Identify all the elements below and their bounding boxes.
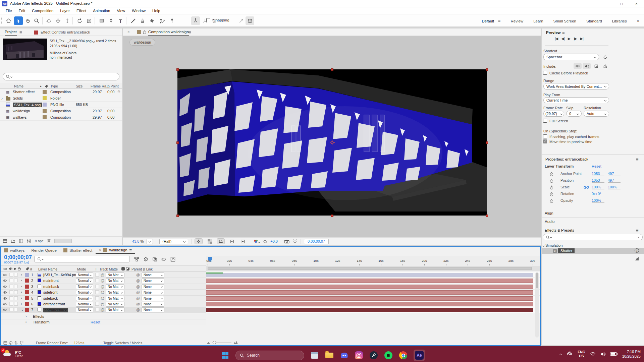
layer-visibility-eye-icon[interactable] bbox=[3, 291, 7, 294]
include-overlays-icon[interactable] bbox=[592, 63, 600, 69]
layer-color-chip[interactable] bbox=[25, 285, 29, 289]
timeline-layer-row[interactable]: › 6 entrancefront Normal @ No Mat @ None bbox=[1, 301, 206, 307]
selection-handle[interactable] bbox=[486, 68, 488, 71]
range-dropdown[interactable]: Work Area Extended By Current... bbox=[543, 83, 609, 89]
layer-name[interactable]: entrancefront bbox=[43, 302, 65, 306]
layer-parent-dropdown[interactable]: None bbox=[142, 278, 164, 283]
menu-item[interactable]: Animation bbox=[90, 9, 113, 13]
layer-visibility-eye-icon[interactable] bbox=[3, 285, 7, 288]
layer-matte-dropdown[interactable]: No Mat bbox=[106, 302, 124, 307]
item-label-swatch[interactable] bbox=[43, 90, 47, 94]
share-icon[interactable] bbox=[601, 63, 609, 69]
interpret-footage-icon[interactable] bbox=[3, 239, 7, 243]
zoom-tool[interactable] bbox=[32, 16, 41, 25]
resolution-dropdown[interactable]: (Half) bbox=[159, 239, 188, 244]
layer-duration-bar[interactable] bbox=[206, 279, 533, 283]
clear-search-icon[interactable]: × bbox=[638, 235, 640, 239]
layer-expand-arrow[interactable]: › bbox=[21, 278, 22, 282]
after-effects-taskbar-icon[interactable]: Ae bbox=[414, 350, 425, 361]
layer-name[interactable]: entranceback bbox=[43, 308, 68, 312]
layer-solo-cell[interactable] bbox=[14, 290, 18, 294]
parent-pickwhip-icon[interactable]: @ bbox=[136, 273, 140, 277]
tab-project[interactable]: Project bbox=[5, 30, 17, 36]
stopwatch-icon[interactable] bbox=[549, 172, 554, 176]
wifi-icon[interactable] bbox=[590, 352, 596, 356]
solo-column-icon[interactable] bbox=[14, 268, 16, 270]
region-of-interest-icon[interactable] bbox=[246, 16, 254, 25]
matte-pickwhip-icon[interactable]: @ bbox=[101, 273, 104, 277]
transform-group-row[interactable]: Transform bbox=[33, 320, 50, 324]
taskbar-search-input[interactable]: Search bbox=[235, 351, 304, 360]
graph-editor-icon[interactable] bbox=[170, 257, 175, 262]
selection-handle[interactable] bbox=[176, 68, 179, 71]
timeline-tab[interactable]: × Render Queue ≡ bbox=[28, 247, 60, 254]
properties-menu-icon[interactable]: ≡ bbox=[636, 157, 639, 162]
selection-handle[interactable] bbox=[486, 215, 488, 217]
workspace-tab[interactable]: Standard bbox=[586, 19, 602, 23]
start-button[interactable] bbox=[221, 351, 229, 360]
col-type[interactable]: Type bbox=[50, 84, 58, 88]
simulation-category[interactable]: Simulation bbox=[543, 243, 562, 247]
layer-solo-cell[interactable] bbox=[14, 273, 18, 277]
layer-visibility-eye-icon[interactable] bbox=[3, 274, 7, 277]
weather-widget[interactable]: 4 9°C Clear bbox=[2, 347, 42, 361]
shatter-effect-name[interactable]: Shatter bbox=[558, 248, 575, 253]
audio-column-icon[interactable] bbox=[8, 267, 12, 270]
viewer-menu-icon[interactable]: ≡ bbox=[189, 30, 191, 35]
layer-audio-cell[interactable] bbox=[9, 279, 13, 282]
selection-handle[interactable] bbox=[176, 215, 179, 217]
layer-duration-bar[interactable] bbox=[206, 302, 533, 306]
property-value-x[interactable]: 100% bbox=[592, 198, 604, 203]
tab-label[interactable]: walldesign bbox=[109, 248, 127, 252]
layer-duration-bar[interactable] bbox=[206, 308, 533, 312]
viewer-tab-close-icon[interactable]: × bbox=[127, 30, 129, 34]
col-t[interactable]: T bbox=[95, 267, 97, 271]
layer-expand-arrow[interactable]: › bbox=[21, 284, 22, 288]
sort-ascending-icon[interactable]: ▲ bbox=[40, 85, 42, 87]
rectangle-tool[interactable] bbox=[97, 16, 106, 25]
footage-filename[interactable]: SSU_Tex..._2106x994.png bbox=[50, 39, 92, 43]
layer-mode-dropdown[interactable]: Normal bbox=[76, 278, 93, 283]
parent-pickwhip-icon[interactable]: @ bbox=[136, 285, 140, 289]
viewer-tab-label[interactable]: Composition walldesign bbox=[148, 30, 189, 36]
layer-parent-dropdown[interactable]: None bbox=[142, 290, 164, 295]
layer-t-cell[interactable] bbox=[95, 308, 99, 311]
tab-effect-controls[interactable]: Effect Controls entranceback bbox=[41, 30, 90, 34]
selection-handle[interactable] bbox=[486, 141, 488, 144]
property-value-x[interactable]: 1053 bbox=[592, 172, 604, 176]
tab-label[interactable]: Render Queue bbox=[31, 248, 56, 252]
property-value-x[interactable]: 0x+0° bbox=[592, 192, 604, 196]
project-flowchart-box[interactable] bbox=[54, 239, 72, 243]
anchor-point-icon[interactable] bbox=[330, 140, 335, 145]
volume-icon[interactable] bbox=[600, 352, 605, 356]
transform-reset-button[interactable]: Reset bbox=[592, 164, 601, 168]
clock[interactable]: 7:10 PM10/28/2025 bbox=[622, 349, 641, 359]
stopwatch-icon[interactable] bbox=[549, 192, 554, 196]
timeline-layer-row[interactable]: › 5 sideback Normal @ No Mat @ None bbox=[1, 296, 206, 301]
layer-expand-arrow[interactable]: › bbox=[21, 290, 22, 294]
viewer-timecode[interactable]: 0;00;00;07 bbox=[304, 239, 329, 244]
extract-work-area-icon[interactable] bbox=[237, 16, 246, 25]
layer-parent-dropdown[interactable]: None bbox=[142, 273, 164, 278]
minimize-button[interactable]: − bbox=[599, 0, 614, 7]
layer-audio-cell[interactable] bbox=[9, 308, 13, 311]
layer-name[interactable]: mainfront bbox=[43, 279, 59, 283]
layer-parent-dropdown[interactable]: None bbox=[142, 296, 164, 301]
instagram-icon[interactable] bbox=[355, 351, 363, 360]
layer-matte-dropdown[interactable]: No Mat bbox=[106, 296, 124, 301]
folder-expand-arrow[interactable]: › bbox=[1, 96, 3, 101]
layer-solo-cell[interactable] bbox=[14, 279, 18, 282]
item-label-swatch[interactable] bbox=[43, 115, 47, 119]
layer-name[interactable]: sideback bbox=[43, 296, 58, 300]
layer-color-chip[interactable] bbox=[25, 279, 29, 283]
layer-matte-dropdown[interactable]: No Mat bbox=[106, 284, 124, 289]
layer-t-cell[interactable] bbox=[95, 296, 99, 300]
menu-item[interactable]: View bbox=[114, 9, 128, 13]
label-column-icon[interactable] bbox=[45, 84, 48, 88]
crop-comp-icon[interactable] bbox=[239, 238, 247, 244]
layer-matte-dropdown[interactable]: No Mat bbox=[106, 307, 124, 312]
layer-audio-cell[interactable] bbox=[9, 290, 13, 294]
skip-dropdown[interactable]: 0 bbox=[566, 111, 582, 117]
transport-button[interactable]: |▶ bbox=[574, 37, 577, 41]
stopwatch-icon[interactable] bbox=[549, 179, 554, 183]
